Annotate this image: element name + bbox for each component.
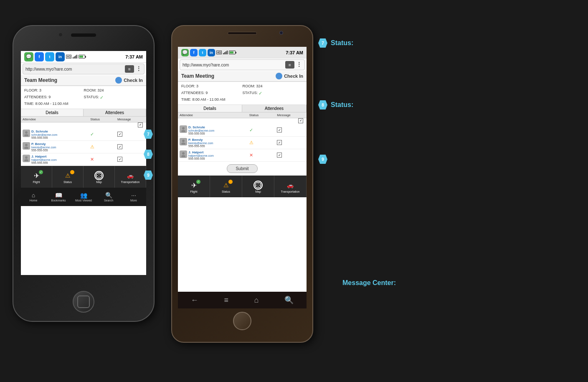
android-col-message: Message (277, 113, 305, 117)
android-attendee-3-check[interactable]: ✓ (277, 153, 282, 158)
iphone-tab-status[interactable]: ⚠ Status (52, 166, 84, 188)
iphone-bottom-tabs: ✈ ✓ Flight ⚠ Status Map (21, 166, 146, 188)
iphone-attendee-2-info: P. Beesly beesly@acme.com 555-555-555 (23, 142, 90, 152)
android-meeting-info: FLOOR: 3 ROOM: 324 ATTENDEES: 9 STATUS: … (178, 82, 307, 105)
iphone-device: 💬 f t in 4G 7:37 AM http://www.myo'hare.… (13, 25, 155, 322)
iphone-attendee-3-name: J. Halpert (31, 155, 57, 158)
avatar (23, 130, 30, 137)
iphone-url-bar[interactable]: http://www.myo'hare.com ≡ ⋮ (23, 64, 144, 74)
android-attendee-2-status: ⚠ (249, 140, 277, 145)
android-fb-icon: f (190, 49, 198, 56)
iphone-status-label: Status (63, 181, 72, 183)
twitter-app-icon: t (45, 52, 54, 61)
chat-app-icon: 💬 (24, 52, 33, 61)
iphone-more-dots[interactable]: ⋮ (136, 65, 142, 73)
android-back-nav-icon[interactable]: ← (191, 296, 198, 305)
flight-badge-icon: ✓ (39, 170, 43, 174)
android-attendee-2-check[interactable]: ✓ (277, 140, 282, 145)
android-status-check: ✓ (259, 90, 262, 97)
android-url-bar[interactable]: http://www.myo'hare.com ≡ ⋮ (180, 59, 305, 70)
iphone-col-message: Message (117, 117, 144, 121)
iphone-checkin-button[interactable]: Check In (115, 77, 143, 84)
android-map-label: Map (255, 190, 261, 193)
android-attendee-3-status: ✕ (249, 153, 277, 158)
avatar (180, 138, 187, 145)
iphone-floor: FLOOR: 3 (24, 88, 84, 94)
android-attendee-1-phone: 555-555-555 (188, 132, 214, 135)
iphone-map-label: Map (96, 181, 102, 183)
android-flight-badge: ✓ (196, 180, 200, 184)
table-row: D. Schrute schrute@acme.com 555-555-555 … (178, 124, 307, 137)
iphone-nav-more[interactable]: ··· More (121, 188, 146, 206)
more-icon: ··· (131, 192, 136, 199)
android-bottom-tabs: ✈ ✓ Flight ⚠ Status Map (178, 176, 307, 197)
iphone-nav-search[interactable]: 🔍 Search (96, 188, 121, 206)
iphone-tab-map[interactable]: Map (84, 166, 115, 188)
iphone-attendee-2-check[interactable]: ✓ (117, 144, 122, 149)
android-check-header-box: ✓ (298, 118, 303, 123)
android-network: 4G (216, 51, 222, 54)
android-attendees: ATTENDEES: 9 (181, 90, 208, 96)
android-screen: 💬 f t in 4G 7:37 AM http://www.myo'hare.… (178, 47, 307, 296)
iphone-checkin-label: Check In (124, 78, 143, 83)
iphone-back-btn[interactable]: ≡ (125, 65, 134, 73)
annotation-9: 9 (318, 155, 327, 164)
android-detail-tabs: Details Attendees (178, 105, 307, 112)
android-menu-nav-icon[interactable]: ≡ (224, 296, 228, 305)
flight-icon: ✈ (34, 172, 39, 180)
android-meeting-header: Team Meeting Check In (178, 71, 307, 81)
android-time-range: TIME: 8:00 AM - 11:00 AM (181, 97, 303, 103)
android-attendee-1-name: D. Schrute (188, 125, 214, 129)
android-home-button[interactable] (233, 312, 251, 330)
iphone-time-range: TIME: 8:00 AM - 11:00 AM (24, 101, 143, 107)
map-tab-icon-bg (93, 171, 105, 180)
iphone-nav-bookmarks[interactable]: 📖 Bookmarks (46, 188, 71, 206)
iphone-home-button[interactable] (73, 291, 94, 313)
iphone-attendee-3-check[interactable]: ✓ (117, 157, 122, 162)
android-back-btn[interactable]: ≡ (285, 61, 294, 69)
android-tab-transportation[interactable]: 🚗 Transportation (274, 176, 307, 197)
iphone-attendees: ATTENDEES: 9 (24, 94, 51, 100)
android-tab-flight[interactable]: ✈ ✓ Flight (178, 176, 210, 197)
message-center-label: Message Center: (342, 279, 396, 287)
iphone-nav-home[interactable]: ⌂ Home (21, 188, 46, 206)
iphone-attendee-1-check[interactable]: ✓ (117, 132, 122, 137)
svg-point-5 (24, 159, 28, 161)
iphone-nav-mostviewed[interactable]: 👥 Most Viewed (71, 188, 96, 206)
bookmarks-icon: 📖 (55, 192, 62, 199)
iphone-attendee-3-phone: 555-555-555 (31, 161, 57, 164)
android-search-nav-icon[interactable]: 🔍 (284, 295, 294, 305)
android-checkin-button[interactable]: Check In (276, 73, 303, 79)
android-tab-map[interactable]: Map (242, 176, 274, 197)
iphone-tab-flight[interactable]: ✈ ✓ Flight (21, 166, 52, 188)
android-tab-attendees[interactable]: Attendees (242, 105, 307, 112)
android-map-icon-bg (252, 181, 264, 190)
iphone-status-label: STATUS: (84, 94, 99, 100)
iphone-transportation-label: Transportation (121, 181, 140, 183)
svg-point-11 (182, 127, 185, 130)
android-home-nav-icon[interactable]: ⌂ (254, 296, 259, 305)
iphone-check-header-box: ✓ (138, 122, 143, 127)
status-badge-icon (70, 170, 74, 174)
android-submit-button[interactable]: Submit (227, 164, 257, 173)
android-status-warning-icon: ⚠ (223, 182, 229, 188)
android-tab-status[interactable]: ⚠ Status (210, 176, 242, 197)
android-more-dots[interactable]: ⋮ (296, 61, 302, 69)
battery-icon (79, 55, 85, 59)
android-attendee-1-check[interactable]: ✓ (277, 127, 282, 132)
android-col-attendee: Attendee (180, 113, 249, 117)
iphone-callout-9: 9 (144, 171, 153, 180)
iphone-tab-transportation[interactable]: 🚗 Transportation (115, 166, 146, 188)
android-attendee-3-phone: 555-555-555 (188, 157, 214, 160)
android-transportation-icon: 🚗 (287, 182, 294, 188)
iphone-tab-details[interactable]: Details (21, 109, 84, 116)
android-checkin-dot (276, 73, 282, 79)
iphone-attendee-1-info: D. Schrute schrute@acme.com 555-555-555 (23, 130, 90, 139)
iphone-check-header-row: ✓ (21, 122, 146, 127)
android-col-status: Status (249, 113, 277, 117)
table-row: P. Beesly beesly@acme.com 555-555-555 ⚠ … (178, 137, 307, 149)
android-tab-details[interactable]: Details (178, 105, 242, 112)
iphone-tab-attendees[interactable]: Attendees (84, 109, 146, 116)
iphone-app-icons: 💬 f t in 4G (24, 52, 85, 61)
most-viewed-icon: 👥 (80, 192, 87, 199)
